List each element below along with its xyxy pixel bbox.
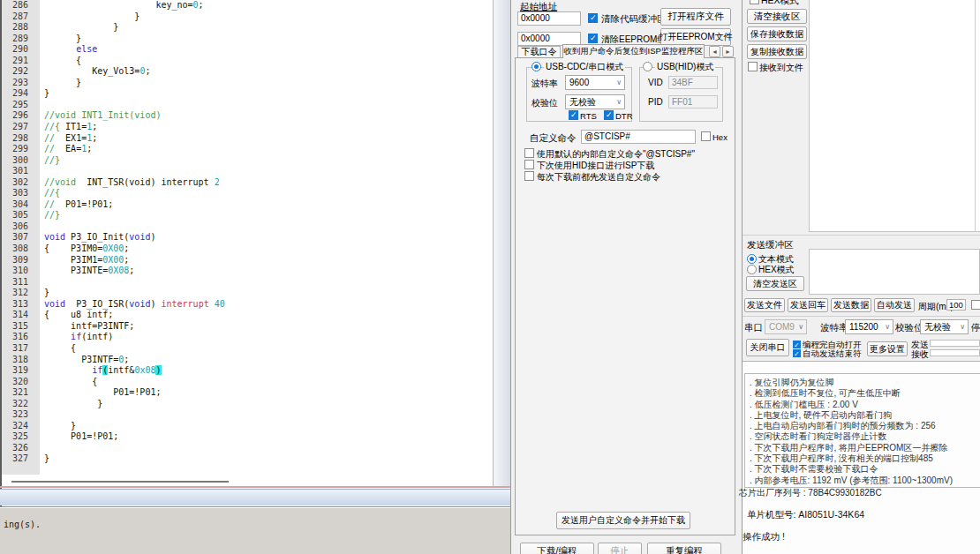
code-line: P01=!P01;: [44, 431, 225, 443]
send-before-download-checkbox[interactable]: [524, 171, 534, 181]
line-number: 310: [2, 266, 40, 277]
line-number: 294: [2, 88, 40, 100]
serial-baud-label: 波特率: [820, 322, 848, 334]
line-number: 312: [2, 288, 40, 299]
send-file-button[interactable]: 发送文件: [744, 298, 785, 312]
recv-hex-mode-label: HEX模式: [761, 0, 799, 7]
code-editor-pane[interactable]: 2862872882892902912922932942952962972982…: [0, 0, 510, 508]
code-line: [44, 443, 225, 454]
line-number: 318: [2, 355, 40, 366]
recv-hex-mode-checkbox[interactable]: [750, 0, 759, 4]
save-receive-data-button[interactable]: 保存接收数据: [747, 26, 807, 41]
line-number: 311: [2, 277, 40, 288]
use-hid-next-checkbox[interactable]: [524, 160, 534, 169]
code-line: P3IM1=0X00;: [44, 255, 225, 266]
received-count-field: [930, 349, 980, 356]
code-line: }: [44, 88, 225, 100]
line-number: 327: [2, 453, 40, 465]
line-number: 296: [2, 110, 40, 122]
serial-parity-label: 校验位: [895, 322, 923, 334]
serial-parity-select[interactable]: 无校验: [920, 319, 969, 334]
usb-cdc-mode-radio[interactable]: [531, 62, 541, 71]
open-after-program-checkbox[interactable]: [793, 341, 801, 348]
serial-baud-select[interactable]: 115200: [845, 319, 893, 334]
line-number-gutter: 2862872882892902912922932942952962972982…: [2, 0, 40, 475]
auto-send-terminator-checkbox[interactable]: [793, 349, 801, 357]
receive-to-file-checkbox[interactable]: [748, 62, 758, 71]
chip-option-line: . 检测到低压时不复位, 可产生低压中断: [750, 388, 953, 399]
send-buffer-label: 发送缓冲区: [747, 239, 794, 251]
auto-send-button[interactable]: 自动发送: [874, 298, 915, 312]
stop-button[interactable]: 停止: [598, 543, 642, 554]
period-clipped-checkbox[interactable]: [971, 300, 980, 310]
code-line: void P3_IO_Init(void): [44, 232, 225, 243]
editor-vertical-scrollbar[interactable]: [493, 0, 510, 487]
close-port-button[interactable]: 关闭串口: [746, 339, 789, 356]
app-window: 2862872882892902912922932942952962972982…: [0, 0, 980, 554]
line-number: 307: [2, 232, 40, 243]
code-line: [44, 409, 225, 421]
code-line: key_no=0;: [44, 0, 225, 11]
tab-scroll-right-icon[interactable]: ►: [722, 46, 734, 57]
code-line: P01=!P01;: [44, 387, 225, 399]
send-buffer-textarea[interactable]: [809, 249, 980, 295]
code-line: //{ IT1=1;: [44, 122, 225, 133]
usb-cdc-mode-label: USB-CDC/串口模式: [544, 61, 625, 73]
hex-mode-label: HEX模式: [758, 264, 795, 276]
send-data-button[interactable]: 发送数据: [831, 298, 871, 312]
line-number: 306: [2, 221, 40, 233]
code-text-area[interactable]: key_no=0; } } } else { Key_Vol3=0; }}//v…: [44, 0, 225, 465]
receive-buffer-textarea[interactable]: [809, 0, 980, 232]
editor-horizontal-scrollbar[interactable]: [0, 489, 510, 505]
tab-reset-to-isp-selected[interactable]: 收到用户命令后复位到ISP监控程序区: [562, 44, 705, 58]
more-settings-button[interactable]: 更多设置: [867, 341, 908, 356]
code-line: [44, 277, 225, 288]
open-program-file-button[interactable]: 打开程序文件: [660, 8, 731, 26]
chip-option-line: . 下次下载用户程序时, 没有相关的端口控制485: [750, 453, 953, 464]
clear-code-buffer-checkbox[interactable]: [588, 13, 598, 23]
line-number: 288: [2, 22, 40, 34]
dtr-checkbox[interactable]: [604, 110, 614, 120]
hex-checkbox[interactable]: [701, 131, 711, 141]
period-input[interactable]: 100: [946, 299, 966, 311]
baud-rate-select[interactable]: 9600: [565, 75, 625, 90]
tab-scroll-left-icon[interactable]: ◄: [709, 46, 720, 57]
clear-receive-button[interactable]: 清空接收区: [747, 9, 807, 24]
parity-label: 校验位: [531, 97, 558, 109]
chip-option-line: . 下次下载用户程序时, 将用户EEPROM区一并擦除: [750, 443, 953, 453]
parity-select[interactable]: 无校验: [565, 94, 625, 109]
code-line: if(intf&0x08): [44, 365, 225, 377]
rts-checkbox[interactable]: [569, 110, 578, 120]
open-eeprom-file-button[interactable]: 打开EEPROM文件: [660, 28, 731, 46]
use-default-command-checkbox[interactable]: [524, 148, 534, 158]
download-program-button[interactable]: 下载/编程: [520, 543, 594, 554]
line-number: 297: [2, 122, 40, 133]
serial-port-select[interactable]: COM9: [765, 319, 807, 334]
chip-serial-number: 芯片出厂序列号 : 78B4C9930182BC: [739, 487, 882, 499]
usb-hid-mode-radio[interactable]: [643, 62, 652, 71]
line-number: 303: [2, 188, 40, 199]
receive-to-file-label: 接收到文件: [759, 62, 803, 74]
line-number: 320: [2, 377, 40, 388]
send-before-download-label: 每次下载前都先发送自定义命令: [537, 171, 660, 183]
code-line: }: [44, 78, 225, 89]
line-number: 287: [2, 11, 40, 23]
mcu-model-text: 单片机型号: AI8051U-34K64: [747, 509, 864, 521]
code-line: }: [44, 22, 225, 34]
custom-command-input[interactable]: @STCISP#: [581, 130, 696, 144]
chip-option-line: . 复位引脚仍为复位脚: [750, 378, 953, 388]
serial-port-label: 串口: [744, 322, 763, 334]
text-mode-radio[interactable]: [747, 254, 757, 264]
chip-option-line: . 内部参考电压: 1192 mV (参考范围: 1100~1300mV): [750, 475, 953, 486]
clear-eeprom-buffer-checkbox[interactable]: [588, 34, 598, 43]
repeat-program-button[interactable]: 重复编程: [647, 543, 721, 554]
copy-receive-data-button[interactable]: 复制接收数据: [747, 44, 807, 59]
hex-mode-radio[interactable]: [747, 265, 757, 274]
editor-splitter-handle[interactable]: [11, 481, 229, 483]
clear-send-button[interactable]: 清空发送区: [746, 276, 804, 291]
code-start-address-input[interactable]: 0x0000: [517, 11, 581, 26]
tab-download-password[interactable]: 下载口令: [517, 46, 561, 58]
send-enter-button[interactable]: 发送回车: [788, 298, 828, 312]
receive-buffer-scrollbar[interactable]: [975, 0, 976, 232]
send-command-and-download-button[interactable]: 发送用户自定义命令并开始下载: [556, 512, 690, 529]
